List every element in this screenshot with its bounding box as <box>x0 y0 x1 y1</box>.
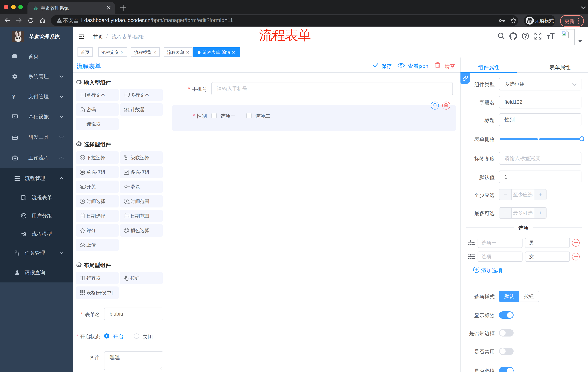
svg-text:123: 123 <box>124 107 129 111</box>
